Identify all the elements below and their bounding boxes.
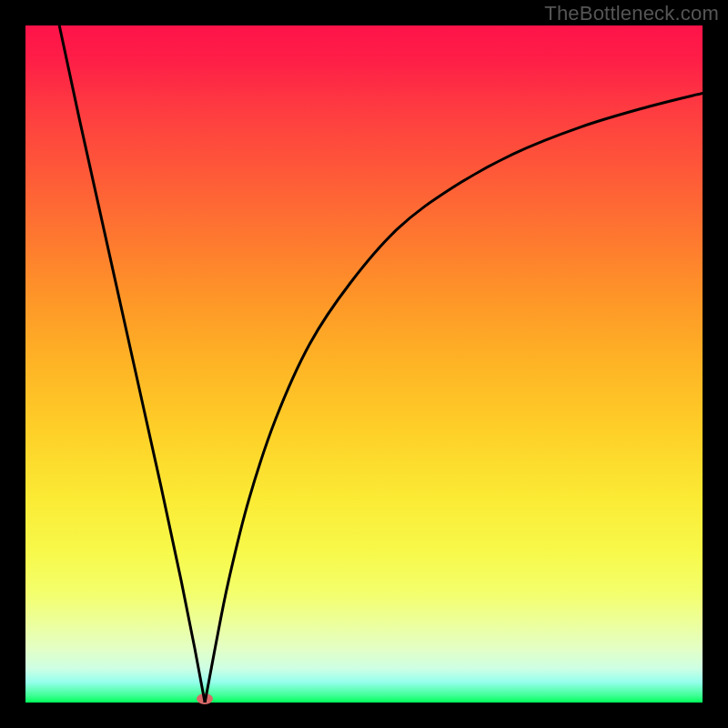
curve-svg (25, 25, 703, 703)
curve-right-branch (205, 93, 703, 703)
watermark-text: TheBottleneck.com (544, 2, 719, 25)
plot-area (25, 25, 703, 703)
curve-left-branch (59, 25, 205, 703)
chart-frame: TheBottleneck.com (0, 0, 728, 728)
